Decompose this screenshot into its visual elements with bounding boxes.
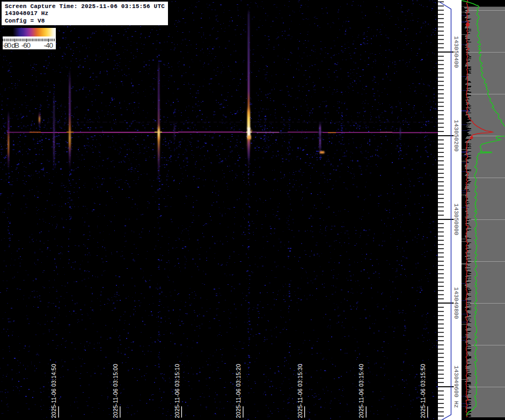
svg-text:2025-11-06 03:15:20: 2025-11-06 03:15:20 (235, 364, 241, 418)
svg-text:-80 dB: -80 dB (3, 42, 19, 49)
svg-text:143049600 Hz: 143049600 Hz (453, 365, 459, 408)
svg-text:2025-11-06 03:15:50: 2025-11-06 03:15:50 (420, 364, 426, 418)
svg-text:-40: -40 (44, 42, 54, 49)
svg-text:2025-11-06 03:15:40: 2025-11-06 03:15:40 (358, 364, 364, 418)
svg-text:-60: -60 (21, 42, 31, 49)
svg-text:143049800: 143049800 (453, 287, 459, 319)
svg-text:2025-11-06 03:15:10: 2025-11-06 03:15:10 (174, 364, 180, 418)
svg-text:2025-11-06 03:14:50: 2025-11-06 03:14:50 (50, 364, 57, 418)
svg-text:143050000: 143050000 (453, 203, 459, 235)
svg-text:143050200: 143050200 (453, 120, 459, 151)
svg-text:143050400: 143050400 (453, 36, 459, 68)
svg-text:2025-11-06 03:15:00: 2025-11-06 03:15:00 (112, 364, 119, 418)
svg-text:2025-11-06 03:15:30: 2025-11-06 03:15:30 (297, 364, 303, 418)
